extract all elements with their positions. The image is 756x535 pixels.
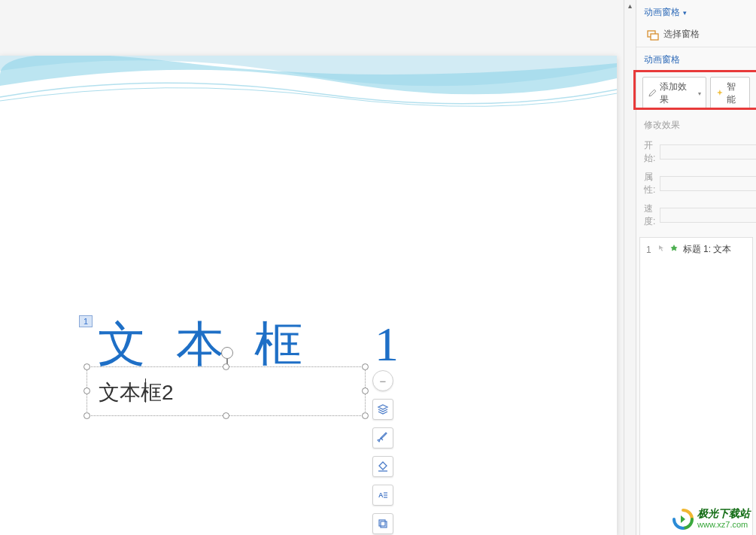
select-pane-button[interactable]: 选择窗格 [636, 22, 756, 47]
svg-text:A: A [378, 491, 384, 499]
resize-handle-bl[interactable] [83, 412, 90, 419]
anim-section-title: 动画窗格 [636, 47, 756, 72]
speed-input [660, 208, 756, 223]
panel-header-dropdown[interactable]: 动画窗格 ▾ [636, 3, 756, 22]
shape-fill-button[interactable] [372, 456, 393, 477]
text-cursor [145, 378, 146, 403]
animation-list-item[interactable]: 1 标题 1: 文本 [643, 241, 749, 258]
add-effect-button[interactable]: 添加效果 ▾ [642, 77, 706, 110]
resize-handle-tm[interactable] [223, 363, 229, 370]
panel-title: 动画窗格 [644, 6, 680, 19]
rotate-handle-icon[interactable] [221, 347, 233, 359]
add-effect-label: 添加效果 [660, 81, 695, 106]
select-pane-icon [647, 29, 659, 41]
smart-button[interactable]: 智能 [710, 77, 750, 110]
slide-decor-waves [0, 56, 617, 131]
shadow-button[interactable] [372, 513, 393, 534]
shape-icon [377, 461, 389, 473]
sparkle-icon [715, 89, 724, 98]
floating-toolbar: − [372, 370, 393, 535]
layers-button[interactable] [372, 399, 393, 420]
resize-handle-br[interactable] [362, 412, 369, 419]
resize-handle-mr[interactable] [362, 388, 369, 394]
svg-rect-8 [651, 34, 658, 40]
collapse-button[interactable]: − [372, 370, 393, 391]
canvas-area: 1 文本框 1 文本框2 − [0, 0, 636, 535]
attr-input [660, 176, 756, 191]
layers-icon [377, 403, 389, 415]
logo-icon [672, 508, 693, 529]
slide[interactable]: 1 文本框 1 文本框2 − [0, 56, 617, 535]
textbox-content[interactable]: 文本框2 [99, 378, 174, 407]
anim-title: 标题 1: 文本 [683, 243, 732, 256]
textfx-icon: A [377, 489, 389, 501]
vertical-scrollbar[interactable]: ▴ [624, 0, 636, 535]
animation-list[interactable]: 1 标题 1: 文本 [639, 237, 753, 535]
select-pane-label: 选择窗格 [663, 28, 700, 41]
watermark: 极光下载站 www.xz7.com [672, 508, 750, 529]
animation-tag-1[interactable]: 1 [79, 315, 93, 327]
resize-handle-tl[interactable] [83, 363, 90, 370]
brush-icon [377, 432, 389, 444]
svg-rect-6 [381, 521, 387, 527]
pencil-icon [648, 89, 657, 98]
chevron-down-icon: ▾ [698, 90, 701, 97]
watermark-name: 极光下载站 [697, 508, 750, 519]
animation-pane: 动画窗格 ▾ 选择窗格 动画窗格 添加效果 ▾ [636, 0, 756, 535]
modify-effect-title: 修改效果 [636, 114, 756, 136]
speed-label: 速度: [644, 202, 655, 228]
resize-handle-tr[interactable] [362, 363, 369, 370]
text-effects-button[interactable]: A [372, 485, 393, 506]
anim-index: 1 [646, 245, 651, 255]
start-label: 开始: [644, 139, 655, 165]
start-input [660, 144, 756, 160]
chevron-down-icon: ▾ [683, 9, 687, 17]
resize-handle-ml[interactable] [83, 388, 90, 394]
brush-button[interactable] [372, 427, 393, 448]
svg-rect-5 [379, 520, 385, 526]
shadow-icon [377, 518, 389, 530]
smart-label: 智能 [727, 81, 745, 106]
scroll-up-icon[interactable]: ▴ [624, 0, 636, 12]
entrance-star-icon [669, 244, 679, 255]
resize-handle-bm[interactable] [223, 412, 229, 419]
minus-icon: − [380, 375, 387, 388]
mouse-click-icon [656, 245, 665, 255]
attr-label: 属性: [644, 171, 655, 196]
watermark-url: www.xz7.com [697, 520, 750, 529]
selected-textbox[interactable]: 文本框2 [87, 366, 366, 416]
